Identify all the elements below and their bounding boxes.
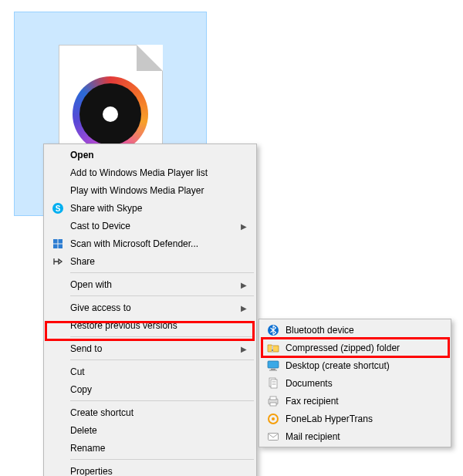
menu-label: FoneLab HyperTrans: [286, 414, 373, 424]
context-menu: Open Add to Windows Media Player list Pl…: [43, 143, 257, 476]
menu-label: Rename: [70, 443, 105, 454]
menu-separator: [70, 295, 254, 296]
defender-icon: [52, 238, 64, 250]
menu-label: Cast to Device: [70, 221, 130, 231]
menu-item-give-access-to[interactable]: Give access to ▶: [46, 299, 255, 316]
menu-label: Share with Skype: [70, 203, 142, 214]
svg-rect-18: [270, 397, 276, 400]
svg-rect-13: [271, 380, 277, 388]
mail-icon: [267, 430, 279, 443]
menu-label: Open with: [70, 279, 112, 290]
share-icon: [52, 255, 64, 268]
menu-separator: [70, 459, 254, 460]
menu-item-properties[interactable]: Properties: [46, 462, 255, 476]
menu-item-send-to[interactable]: Send to ▶: [46, 339, 255, 357]
submenu-item-fax-recipient[interactable]: Fax recipient: [261, 392, 449, 410]
menu-label: Create shortcut: [70, 407, 133, 418]
submenu-item-bluetooth[interactable]: Bluetooth device: [261, 321, 449, 339]
svg-point-21: [272, 417, 275, 420]
menu-label: Mail recipient: [286, 431, 340, 442]
menu-item-open-with[interactable]: Open with ▶: [46, 275, 255, 293]
zipped-folder-icon: [267, 342, 279, 354]
menu-item-copy[interactable]: Copy: [46, 380, 255, 398]
menu-label: Compressed (zipped) folder: [286, 343, 400, 353]
chevron-right-icon: ▶: [241, 344, 247, 353]
music-disc-icon: [73, 76, 148, 152]
menu-separator: [70, 400, 254, 401]
menu-label: Add to Windows Media Player list: [70, 167, 208, 178]
chevron-right-icon: ▶: [241, 280, 247, 289]
fax-icon: [267, 395, 279, 407]
submenu-item-mail-recipient[interactable]: Mail recipient: [261, 427, 449, 445]
chevron-right-icon: ▶: [241, 221, 247, 230]
svg-rect-19: [270, 403, 276, 406]
submenu-item-desktop-shortcut[interactable]: Desktop (create shortcut): [261, 356, 449, 374]
submenu-item-fonelab[interactable]: FoneLab HyperTrans: [261, 410, 449, 427]
menu-label: Delete: [70, 425, 97, 436]
menu-label: Fax recipient: [286, 396, 339, 407]
menu-item-play-wmp[interactable]: Play with Windows Media Player: [46, 181, 255, 199]
send-to-submenu: Bluetooth device Compressed (zipped) fol…: [259, 319, 451, 447]
menu-label: Bluetooth device: [286, 325, 354, 336]
svg-rect-4: [53, 244, 58, 248]
menu-label: Restore previous versions: [70, 320, 177, 331]
menu-label: Send to: [70, 343, 102, 354]
menu-label: Cut: [70, 366, 85, 377]
menu-item-share[interactable]: Share: [46, 252, 255, 270]
menu-item-delete[interactable]: Delete: [46, 421, 255, 439]
fonelab-icon: [267, 413, 279, 425]
menu-label: Play with Windows Media Player: [70, 185, 204, 196]
menu-item-create-shortcut[interactable]: Create shortcut: [46, 403, 255, 421]
menu-separator: [70, 360, 254, 360]
menu-item-add-to-wmp-list[interactable]: Add to Windows Media Player list: [46, 164, 255, 181]
svg-rect-8: [272, 349, 273, 351]
svg-rect-5: [59, 244, 63, 248]
menu-label: Documents: [286, 378, 333, 389]
menu-item-rename[interactable]: Rename: [46, 439, 255, 457]
menu-item-cast-to-device[interactable]: Cast to Device ▶: [46, 217, 255, 235]
menu-label: Desktop (create shortcut): [286, 360, 390, 371]
menu-item-cut[interactable]: Cut: [46, 363, 255, 380]
menu-label: Open: [70, 150, 94, 160]
bluetooth-icon: [267, 324, 279, 336]
svg-text:S: S: [56, 204, 61, 212]
menu-label: Scan with Microsoft Defender...: [70, 238, 198, 249]
menu-separator: [70, 336, 254, 337]
menu-item-restore-versions[interactable]: Restore previous versions: [46, 316, 255, 334]
svg-rect-3: [59, 239, 63, 244]
menu-item-open[interactable]: Open: [46, 146, 255, 164]
menu-label: Copy: [70, 384, 92, 395]
chevron-right-icon: ▶: [241, 303, 247, 312]
svg-rect-22: [269, 433, 279, 440]
submenu-item-compressed-folder[interactable]: Compressed (zipped) folder: [261, 339, 449, 356]
menu-separator: [70, 272, 254, 273]
menu-label: Share: [70, 256, 95, 267]
skype-icon: S: [52, 202, 64, 214]
documents-icon: [267, 377, 279, 390]
svg-rect-11: [269, 370, 277, 370]
menu-item-share-skype[interactable]: S Share with Skype: [46, 199, 255, 217]
submenu-item-documents[interactable]: Documents: [261, 374, 449, 392]
svg-rect-9: [268, 361, 279, 368]
menu-label: Give access to: [70, 302, 131, 313]
svg-rect-10: [271, 369, 275, 370]
menu-item-scan-defender[interactable]: Scan with Microsoft Defender...: [46, 235, 255, 252]
svg-rect-2: [53, 239, 58, 244]
desktop-icon: [267, 360, 279, 372]
menu-label: Properties: [70, 466, 113, 477]
